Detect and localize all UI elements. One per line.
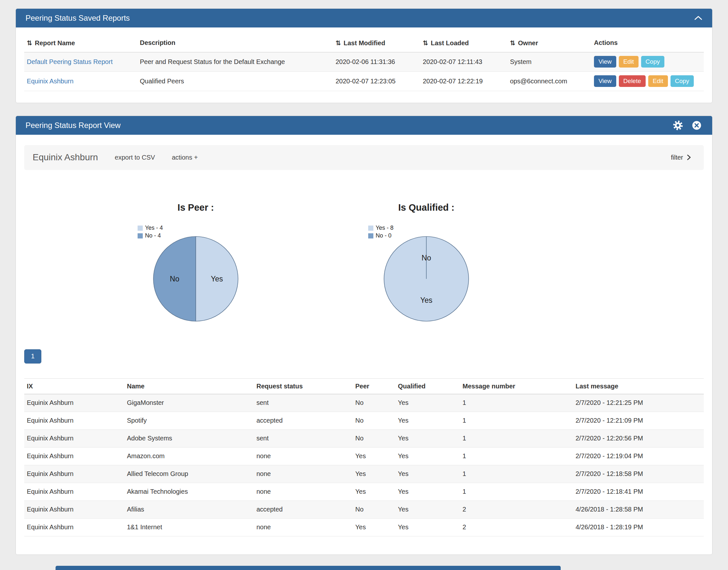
peer-cell-name: Amazon.com xyxy=(124,447,254,465)
settings-gear-icon[interactable] xyxy=(672,119,684,131)
column-header-request-status: Request status xyxy=(254,378,353,394)
chevron-right-icon xyxy=(687,154,691,161)
column-header-last-message: Last message xyxy=(573,378,704,394)
page-1-button[interactable]: 1 xyxy=(24,349,41,363)
report-view-panel-header: Peering Status Report View xyxy=(16,116,712,135)
actions-menu-link[interactable]: actions + xyxy=(172,154,198,161)
view-report-button[interactable]: View xyxy=(594,56,616,68)
peer-row: Equinix AshburnSpotifyacceptedNoYes12/7/… xyxy=(24,412,704,430)
report-description: Qualified Peers xyxy=(137,71,333,91)
pagination: 1 xyxy=(24,349,704,363)
peer-cell-ix: Equinix Ashburn xyxy=(24,518,124,536)
collapse-chevron-up-icon[interactable] xyxy=(694,15,702,21)
column-header-owner[interactable]: ⇅Owner xyxy=(508,34,591,52)
peer-cell-qualified: Yes xyxy=(395,518,460,536)
report-view-panel: Peering Status Report View xyxy=(15,116,713,555)
report-name-link[interactable]: Default Peering Status Report xyxy=(27,58,113,65)
filter-toggle[interactable]: filter xyxy=(671,154,691,161)
close-panel-icon[interactable] xyxy=(691,119,702,131)
pie-slice-label: No xyxy=(422,253,431,262)
peer-cell-name: Adobe Systems xyxy=(124,430,254,447)
column-header-peer: Peer xyxy=(353,378,395,394)
peer-row: Equinix AshburnAmazon.comnoneYesYes12/7/… xyxy=(24,447,704,465)
pie-chart-svg: YesNo xyxy=(380,232,473,326)
legend-label: Yes - 4 xyxy=(145,225,163,231)
peer-cell-qualified: Yes xyxy=(395,501,460,518)
peer-cell-name: 1&1 Internet xyxy=(124,518,254,536)
report-description: Peer and Request Status for the Default … xyxy=(137,52,333,71)
peer-cell-name: Allied Telecom Group xyxy=(124,465,254,483)
peer-cell-qualified: Yes xyxy=(395,412,460,430)
peer-row: Equinix AshburnAllied Telecom GroupnoneY… xyxy=(24,465,704,483)
pie-charts-area: Is Peer :Yes - 4No - 4YesNoIs Qualified … xyxy=(24,170,704,349)
panel-header-icons xyxy=(672,119,702,131)
sort-icon[interactable]: ⇅ xyxy=(510,39,516,47)
legend-item: Yes - 4 xyxy=(138,224,163,232)
legend-item: Yes - 8 xyxy=(368,224,394,232)
peer-cell-request-status: none xyxy=(254,483,353,501)
chart-title: Is Qualified : xyxy=(326,202,527,213)
peer-cell-message-number: 1 xyxy=(460,447,573,465)
peer-cell-peer: Yes xyxy=(353,483,395,501)
panel-title: Peering Status Saved Reports xyxy=(26,14,130,23)
pie-slice-label: No xyxy=(170,275,179,283)
collapsed-footer-bar[interactable] xyxy=(56,566,561,570)
peer-cell-peer: No xyxy=(353,501,395,518)
saved-reports-panel: Peering Status Saved Reports ⇅Report Nam… xyxy=(15,8,713,103)
peer-cell-qualified: Yes xyxy=(395,394,460,412)
peer-cell-qualified: Yes xyxy=(395,483,460,501)
peer-cell-peer: Yes xyxy=(353,447,395,465)
report-title: Equinix Ashburn xyxy=(33,152,98,163)
peer-cell-last-message: 2/7/2020 - 12:18:58 PM xyxy=(573,465,704,483)
peer-cell-message-number: 2 xyxy=(460,518,573,536)
peer-cell-ix: Equinix Ashburn xyxy=(24,430,124,447)
column-header-last-modified[interactable]: ⇅Last Modified xyxy=(333,34,420,52)
copy-report-button[interactable]: Copy xyxy=(641,56,664,68)
report-toolbar: Equinix Ashburn export to CSV actions + … xyxy=(24,145,704,170)
pie-chart-svg: YesNo xyxy=(149,232,242,326)
peer-cell-ix: Equinix Ashburn xyxy=(24,412,124,430)
column-header-report-name[interactable]: ⇅Report Name xyxy=(24,34,137,52)
peer-cell-last-message: 4/26/2018 - 1:28:58 PM xyxy=(573,501,704,518)
peer-cell-ix: Equinix Ashburn xyxy=(24,465,124,483)
copy-report-button[interactable]: Copy xyxy=(671,75,694,87)
peer-cell-last-message: 2/7/2020 - 12:21:09 PM xyxy=(573,412,704,430)
peer-cell-request-status: accepted xyxy=(254,501,353,518)
report-actions: ViewEditCopy xyxy=(591,52,704,71)
report-owner: System xyxy=(508,52,591,71)
legend-swatch xyxy=(138,233,143,239)
edit-report-button[interactable]: Edit xyxy=(619,56,639,68)
sort-icon[interactable]: ⇅ xyxy=(335,39,341,47)
delete-report-button[interactable]: Delete xyxy=(619,75,646,87)
report-name-link[interactable]: Equinix Ashburn xyxy=(27,77,74,85)
column-header-description: Description xyxy=(137,34,333,52)
peer-cell-message-number: 1 xyxy=(460,412,573,430)
panel-title: Peering Status Report View xyxy=(26,121,120,130)
filter-label: filter xyxy=(671,154,683,161)
chart-title: Is Peer : xyxy=(96,202,296,213)
peer-cell-request-status: sent xyxy=(254,394,353,412)
sort-icon[interactable]: ⇅ xyxy=(423,39,428,47)
peer-cell-ix: Equinix Ashburn xyxy=(24,447,124,465)
report-last-loaded: 2020-02-07 12:22:19 xyxy=(420,71,508,91)
column-header-qualified: Qualified xyxy=(395,378,460,394)
peer-cell-name: Afilias xyxy=(124,501,254,518)
legend-swatch xyxy=(368,226,374,231)
peer-cell-qualified: Yes xyxy=(395,465,460,483)
column-header-last-loaded[interactable]: ⇅Last Loaded xyxy=(420,34,508,52)
legend-swatch xyxy=(368,233,374,239)
saved-report-row: Equinix AshburnQualified Peers2020-02-07… xyxy=(24,71,704,91)
export-csv-link[interactable]: export to CSV xyxy=(115,154,155,161)
peer-cell-message-number: 1 xyxy=(460,483,573,501)
edit-report-button[interactable]: Edit xyxy=(648,75,668,87)
view-report-button[interactable]: View xyxy=(594,75,616,87)
peer-row: Equinix AshburnAfiliasacceptedNoYes24/26… xyxy=(24,501,704,518)
peer-row: Equinix AshburnAdobe SystemssentNoYes12/… xyxy=(24,430,704,447)
peer-cell-name: Spotify xyxy=(124,412,254,430)
peer-cell-ix: Equinix Ashburn xyxy=(24,394,124,412)
report-view-body: Equinix Ashburn export to CSV actions + … xyxy=(16,135,712,555)
peer-cell-qualified: Yes xyxy=(395,447,460,465)
sort-icon[interactable]: ⇅ xyxy=(27,39,32,47)
peer-status-table: IXNameRequest statusPeerQualifiedMessage… xyxy=(24,378,704,536)
peer-cell-name: Akamai Technologies xyxy=(124,483,254,501)
